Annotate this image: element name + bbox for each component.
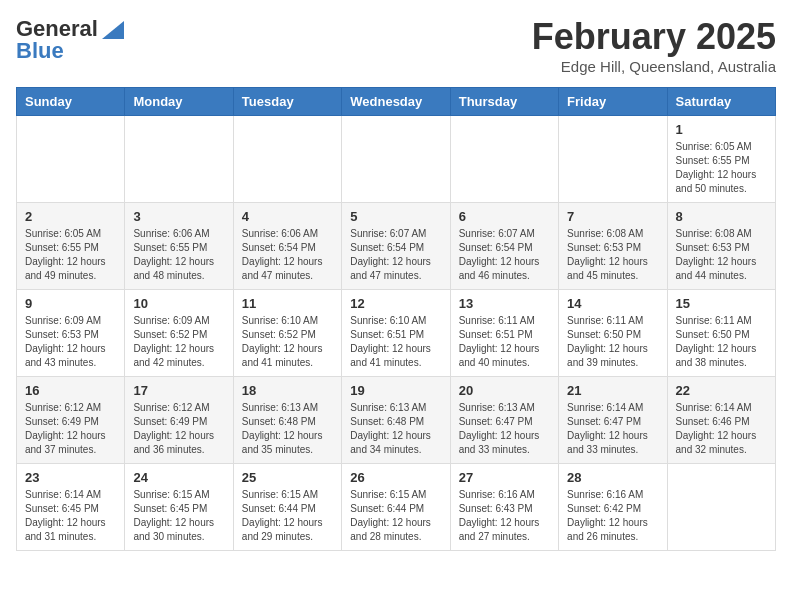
day-info: Sunrise: 6:11 AM Sunset: 6:50 PM Dayligh… xyxy=(676,314,767,370)
calendar-cell: 6Sunrise: 6:07 AM Sunset: 6:54 PM Daylig… xyxy=(450,203,558,290)
day-number: 18 xyxy=(242,383,333,398)
day-info: Sunrise: 6:11 AM Sunset: 6:50 PM Dayligh… xyxy=(567,314,658,370)
day-info: Sunrise: 6:12 AM Sunset: 6:49 PM Dayligh… xyxy=(25,401,116,457)
day-info: Sunrise: 6:15 AM Sunset: 6:45 PM Dayligh… xyxy=(133,488,224,544)
day-info: Sunrise: 6:09 AM Sunset: 6:53 PM Dayligh… xyxy=(25,314,116,370)
calendar-cell: 28Sunrise: 6:16 AM Sunset: 6:42 PM Dayli… xyxy=(559,464,667,551)
day-number: 12 xyxy=(350,296,441,311)
calendar-week-row: 9Sunrise: 6:09 AM Sunset: 6:53 PM Daylig… xyxy=(17,290,776,377)
day-info: Sunrise: 6:09 AM Sunset: 6:52 PM Dayligh… xyxy=(133,314,224,370)
logo: General Blue xyxy=(16,16,124,64)
day-info: Sunrise: 6:05 AM Sunset: 6:55 PM Dayligh… xyxy=(25,227,116,283)
day-number: 19 xyxy=(350,383,441,398)
day-number: 14 xyxy=(567,296,658,311)
weekday-header-saturday: Saturday xyxy=(667,88,775,116)
calendar-cell: 22Sunrise: 6:14 AM Sunset: 6:46 PM Dayli… xyxy=(667,377,775,464)
weekday-header-row: SundayMondayTuesdayWednesdayThursdayFrid… xyxy=(17,88,776,116)
logo-blue-text: Blue xyxy=(16,38,64,64)
day-number: 17 xyxy=(133,383,224,398)
day-info: Sunrise: 6:11 AM Sunset: 6:51 PM Dayligh… xyxy=(459,314,550,370)
day-info: Sunrise: 6:16 AM Sunset: 6:42 PM Dayligh… xyxy=(567,488,658,544)
day-number: 20 xyxy=(459,383,550,398)
day-number: 6 xyxy=(459,209,550,224)
calendar-cell: 7Sunrise: 6:08 AM Sunset: 6:53 PM Daylig… xyxy=(559,203,667,290)
day-info: Sunrise: 6:15 AM Sunset: 6:44 PM Dayligh… xyxy=(350,488,441,544)
day-info: Sunrise: 6:07 AM Sunset: 6:54 PM Dayligh… xyxy=(350,227,441,283)
page-location: Edge Hill, Queensland, Australia xyxy=(532,58,776,75)
day-info: Sunrise: 6:13 AM Sunset: 6:48 PM Dayligh… xyxy=(350,401,441,457)
day-info: Sunrise: 6:06 AM Sunset: 6:54 PM Dayligh… xyxy=(242,227,333,283)
day-info: Sunrise: 6:10 AM Sunset: 6:52 PM Dayligh… xyxy=(242,314,333,370)
day-number: 2 xyxy=(25,209,116,224)
day-number: 22 xyxy=(676,383,767,398)
weekday-header-friday: Friday xyxy=(559,88,667,116)
calendar-cell: 20Sunrise: 6:13 AM Sunset: 6:47 PM Dayli… xyxy=(450,377,558,464)
calendar-week-row: 2Sunrise: 6:05 AM Sunset: 6:55 PM Daylig… xyxy=(17,203,776,290)
calendar-table: SundayMondayTuesdayWednesdayThursdayFrid… xyxy=(16,87,776,551)
day-info: Sunrise: 6:10 AM Sunset: 6:51 PM Dayligh… xyxy=(350,314,441,370)
day-number: 13 xyxy=(459,296,550,311)
day-info: Sunrise: 6:12 AM Sunset: 6:49 PM Dayligh… xyxy=(133,401,224,457)
calendar-cell xyxy=(125,116,233,203)
calendar-week-row: 23Sunrise: 6:14 AM Sunset: 6:45 PM Dayli… xyxy=(17,464,776,551)
weekday-header-sunday: Sunday xyxy=(17,88,125,116)
day-info: Sunrise: 6:07 AM Sunset: 6:54 PM Dayligh… xyxy=(459,227,550,283)
calendar-cell: 19Sunrise: 6:13 AM Sunset: 6:48 PM Dayli… xyxy=(342,377,450,464)
calendar-cell xyxy=(17,116,125,203)
day-number: 10 xyxy=(133,296,224,311)
day-number: 21 xyxy=(567,383,658,398)
calendar-cell xyxy=(342,116,450,203)
calendar-cell: 10Sunrise: 6:09 AM Sunset: 6:52 PM Dayli… xyxy=(125,290,233,377)
weekday-header-monday: Monday xyxy=(125,88,233,116)
calendar-cell: 12Sunrise: 6:10 AM Sunset: 6:51 PM Dayli… xyxy=(342,290,450,377)
day-number: 3 xyxy=(133,209,224,224)
weekday-header-thursday: Thursday xyxy=(450,88,558,116)
svg-marker-0 xyxy=(102,21,124,39)
calendar-cell: 25Sunrise: 6:15 AM Sunset: 6:44 PM Dayli… xyxy=(233,464,341,551)
day-number: 25 xyxy=(242,470,333,485)
calendar-cell: 18Sunrise: 6:13 AM Sunset: 6:48 PM Dayli… xyxy=(233,377,341,464)
calendar-cell: 24Sunrise: 6:15 AM Sunset: 6:45 PM Dayli… xyxy=(125,464,233,551)
day-number: 1 xyxy=(676,122,767,137)
day-info: Sunrise: 6:08 AM Sunset: 6:53 PM Dayligh… xyxy=(567,227,658,283)
title-block: February 2025 Edge Hill, Queensland, Aus… xyxy=(532,16,776,75)
day-number: 5 xyxy=(350,209,441,224)
calendar-week-row: 1Sunrise: 6:05 AM Sunset: 6:55 PM Daylig… xyxy=(17,116,776,203)
calendar-cell: 23Sunrise: 6:14 AM Sunset: 6:45 PM Dayli… xyxy=(17,464,125,551)
calendar-cell: 4Sunrise: 6:06 AM Sunset: 6:54 PM Daylig… xyxy=(233,203,341,290)
page-header: General Blue February 2025 Edge Hill, Qu… xyxy=(16,16,776,75)
day-number: 7 xyxy=(567,209,658,224)
weekday-header-wednesday: Wednesday xyxy=(342,88,450,116)
calendar-cell: 3Sunrise: 6:06 AM Sunset: 6:55 PM Daylig… xyxy=(125,203,233,290)
day-number: 8 xyxy=(676,209,767,224)
day-info: Sunrise: 6:14 AM Sunset: 6:46 PM Dayligh… xyxy=(676,401,767,457)
day-info: Sunrise: 6:05 AM Sunset: 6:55 PM Dayligh… xyxy=(676,140,767,196)
calendar-cell: 1Sunrise: 6:05 AM Sunset: 6:55 PM Daylig… xyxy=(667,116,775,203)
page-title: February 2025 xyxy=(532,16,776,58)
day-number: 11 xyxy=(242,296,333,311)
calendar-cell: 27Sunrise: 6:16 AM Sunset: 6:43 PM Dayli… xyxy=(450,464,558,551)
day-number: 4 xyxy=(242,209,333,224)
calendar-cell xyxy=(667,464,775,551)
weekday-header-tuesday: Tuesday xyxy=(233,88,341,116)
calendar-cell: 11Sunrise: 6:10 AM Sunset: 6:52 PM Dayli… xyxy=(233,290,341,377)
day-number: 9 xyxy=(25,296,116,311)
day-number: 15 xyxy=(676,296,767,311)
calendar-cell: 21Sunrise: 6:14 AM Sunset: 6:47 PM Dayli… xyxy=(559,377,667,464)
calendar-cell: 17Sunrise: 6:12 AM Sunset: 6:49 PM Dayli… xyxy=(125,377,233,464)
day-number: 28 xyxy=(567,470,658,485)
calendar-cell: 16Sunrise: 6:12 AM Sunset: 6:49 PM Dayli… xyxy=(17,377,125,464)
day-info: Sunrise: 6:16 AM Sunset: 6:43 PM Dayligh… xyxy=(459,488,550,544)
day-info: Sunrise: 6:14 AM Sunset: 6:47 PM Dayligh… xyxy=(567,401,658,457)
day-number: 23 xyxy=(25,470,116,485)
day-info: Sunrise: 6:08 AM Sunset: 6:53 PM Dayligh… xyxy=(676,227,767,283)
calendar-cell: 8Sunrise: 6:08 AM Sunset: 6:53 PM Daylig… xyxy=(667,203,775,290)
day-number: 24 xyxy=(133,470,224,485)
calendar-cell: 14Sunrise: 6:11 AM Sunset: 6:50 PM Dayli… xyxy=(559,290,667,377)
calendar-cell xyxy=(559,116,667,203)
day-info: Sunrise: 6:15 AM Sunset: 6:44 PM Dayligh… xyxy=(242,488,333,544)
calendar-cell: 26Sunrise: 6:15 AM Sunset: 6:44 PM Dayli… xyxy=(342,464,450,551)
logo-triangle-icon xyxy=(102,21,124,39)
calendar-cell: 13Sunrise: 6:11 AM Sunset: 6:51 PM Dayli… xyxy=(450,290,558,377)
day-info: Sunrise: 6:14 AM Sunset: 6:45 PM Dayligh… xyxy=(25,488,116,544)
